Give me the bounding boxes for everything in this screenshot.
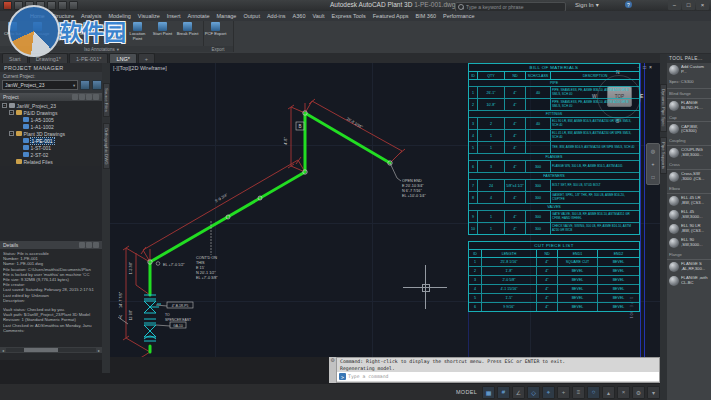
ribbon-tab[interactable]: A360: [293, 13, 306, 19]
palette-item[interactable]: Cap: [667, 113, 711, 123]
current-project-dropdown[interactable]: JanW_Project_23 ▾: [2, 80, 78, 90]
status-toggle-icon[interactable]: ×: [617, 386, 630, 399]
ribbon-tab[interactable]: Add-ins: [267, 13, 286, 19]
status-toggle-icon[interactable]: ≡: [572, 386, 585, 399]
ribbon-tab[interactable]: Performance: [443, 13, 475, 19]
status-toggle-icon[interactable]: ▾: [647, 386, 660, 399]
ribbon-button[interactable]: Location Point: [125, 21, 150, 45]
tree-item[interactable]: − Plant 3D Drawings: [0, 130, 102, 137]
ribbon-tab[interactable]: Output: [243, 13, 260, 19]
tree-toolbar-icon[interactable]: [72, 94, 78, 100]
file-tab[interactable]: Start: [2, 53, 28, 63]
palette-item[interactable]: Cross,SW ,3000 ,(CS...: [667, 170, 711, 184]
command-line-window[interactable]: Command: Right-click to display the shor…: [336, 357, 660, 383]
panel-side-tab[interactable]: Orthographic DWG: [103, 123, 110, 170]
app-logo-icon[interactable]: [3, 1, 12, 10]
search-box[interactable]: Type a keyword or phrase: [455, 2, 566, 12]
tree-item[interactable]: 1-A1-1002: [0, 123, 102, 130]
palette-item[interactable]: Elbow: [667, 184, 711, 194]
palette-title[interactable]: TOOL PALE...: [667, 54, 711, 63]
status-toggle-icon[interactable]: ◇: [527, 386, 540, 399]
ribbon-button[interactable]: Insulation Symbol: [100, 21, 125, 45]
palette-item[interactable]: Cross: [667, 160, 711, 170]
status-toggle-icon[interactable]: ○: [587, 386, 600, 399]
ribbon-tab[interactable]: BIM 360: [416, 13, 436, 19]
palette-item[interactable]: COUPLING ,SW,3000...: [667, 146, 711, 160]
tree-item[interactable]: 1-PE-001: [0, 137, 102, 144]
palette-item[interactable]: ELL 45 LR ,BW, (CS3...: [667, 194, 711, 208]
command-line-options[interactable]: ⚙: [329, 357, 336, 383]
details-toolbar-icon[interactable]: [79, 242, 85, 248]
palette-side-tab[interactable]: Dynamic Pipe Spec: [660, 84, 667, 132]
status-toggle-icon[interactable]: ⚙: [632, 386, 645, 399]
new-file-icon[interactable]: [14, 1, 23, 10]
ribbon-group-label[interactable]: Iso Annotations▾: [0, 46, 203, 52]
details-toolbar-icon[interactable]: [93, 242, 99, 248]
ribbon-tab[interactable]: Manage: [217, 13, 237, 19]
status-toggle-icon[interactable]: ▴: [602, 386, 615, 399]
drawing-canvas[interactable]: 1-PE-001 [-][Top][2D Wireframe] − □ × TO…: [110, 63, 660, 357]
ribbon-tab[interactable]: Insert: [167, 13, 181, 19]
status-toggle-icon[interactable]: #: [497, 386, 510, 399]
pcf-export-button[interactable]: PCF Export: [203, 21, 228, 45]
model-space-label[interactable]: MODEL: [456, 389, 477, 395]
palette-item[interactable]: CAP,BW, (CS300): [667, 122, 711, 136]
pipe-run[interactable]: [150, 113, 390, 352]
scrollbar-thumb[interactable]: [24, 348, 58, 352]
details-toolbar-icon[interactable]: [86, 242, 92, 248]
print-icon[interactable]: [47, 1, 56, 10]
ribbon-button[interactable]: Iso Message: [25, 21, 50, 45]
tree-toolbar-icon[interactable]: [79, 94, 85, 100]
ribbon-tab[interactable]: Express Tools: [332, 13, 366, 19]
ribbon-tab[interactable]: Structure: [52, 13, 74, 19]
ribbon-button[interactable]: Flow Arrow: [75, 21, 100, 45]
ribbon-tab[interactable]: Modeling: [108, 13, 130, 19]
palette-side-tab[interactable]: Pipe Supports: [660, 137, 667, 174]
panel-side-tab[interactable]: Source Files: [103, 83, 110, 117]
tree-item[interactable]: 1-ST-001: [0, 144, 102, 151]
file-tab[interactable]: LNG*: [109, 53, 136, 63]
palette-item[interactable]: FLANGE S ,AL,RF,300...: [667, 260, 711, 274]
palette-item[interactable]: Spec: CS300: [667, 77, 711, 89]
undo-icon[interactable]: [58, 1, 67, 10]
file-tab[interactable]: 1-PE-001*: [69, 53, 108, 63]
palette-item[interactable]: ELL 90 LR ,BW, (CS3...: [667, 222, 711, 236]
maximize-button[interactable]: □: [682, 0, 695, 10]
tree-toolbar-icon[interactable]: [93, 94, 99, 100]
ribbon-tab[interactable]: Analysis: [81, 13, 101, 19]
close-button[interactable]: ×: [696, 0, 709, 10]
palette-item[interactable]: FLANGE BLIND,FL...: [667, 99, 711, 113]
ribbon-button[interactable]: CF to Iso: [0, 21, 25, 45]
redo-icon[interactable]: [69, 1, 78, 10]
tree-expander-icon[interactable]: −: [2, 103, 7, 108]
palette-item[interactable]: ELL 90 ,SW,3000...: [667, 236, 711, 250]
ribbon-tab[interactable]: Featured Apps: [373, 13, 409, 19]
tree-item[interactable]: 1-A5-1005: [0, 116, 102, 123]
ribbon-tab[interactable]: Annotate: [188, 13, 210, 19]
save-icon[interactable]: [36, 1, 45, 10]
status-toggle-icon[interactable]: ▦: [482, 386, 495, 399]
file-tab[interactable]: +: [138, 53, 155, 63]
status-toggle-icon[interactable]: +: [557, 386, 570, 399]
help-icon[interactable]: ?: [625, 1, 632, 8]
customize-icon[interactable]: ⚙: [330, 357, 334, 363]
ribbon-button[interactable]: Floor Symbol: [50, 21, 75, 45]
palette-item[interactable]: Add Custom P...: [667, 63, 711, 77]
refresh-project-icon[interactable]: [80, 80, 90, 90]
tree-item[interactable]: Related Files: [0, 158, 102, 165]
tree-item[interactable]: − JanW_Project_23: [0, 102, 102, 109]
status-toggle-icon[interactable]: ∠: [512, 386, 525, 399]
status-toggle-icon[interactable]: ⌖: [542, 386, 555, 399]
tree-expander-icon[interactable]: −: [9, 110, 14, 115]
palette-item[interactable]: Blind flange: [667, 89, 711, 99]
tree-item[interactable]: − P&ID Drawings: [0, 109, 102, 116]
tree-item[interactable]: 2-ST-02: [0, 151, 102, 158]
open-file-icon[interactable]: [25, 1, 34, 10]
palette-item[interactable]: Flange: [667, 250, 711, 260]
palette-item[interactable]: Coupling: [667, 136, 711, 146]
sign-in-button[interactable]: Sign In▾: [575, 1, 599, 8]
ribbon-tab[interactable]: Visualize: [138, 13, 160, 19]
minimize-button[interactable]: −: [668, 0, 681, 10]
tree-expander-icon[interactable]: −: [9, 131, 14, 136]
panel-horizontal-scrollbar[interactable]: ◂ ▸: [0, 347, 102, 353]
